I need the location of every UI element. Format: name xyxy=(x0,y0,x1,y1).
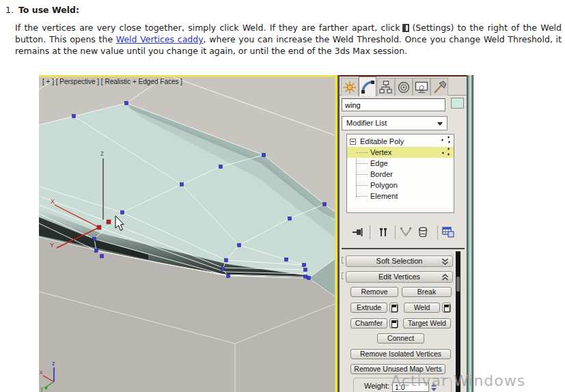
tab-modify[interactable] xyxy=(359,76,376,96)
connect-button[interactable]: Connect xyxy=(377,333,424,344)
tab-create[interactable] xyxy=(341,78,359,96)
modifier-list-dropdown[interactable]: Modifier List xyxy=(342,116,447,130)
object-name-input[interactable] xyxy=(342,98,445,111)
gizmo-z-label: z xyxy=(100,150,104,157)
remove-isolated-vertices-button[interactable]: Remove Isolated Vertices xyxy=(350,349,451,359)
perspective-viewport[interactable]: z X Y xyxy=(39,75,335,392)
heading-text: To use Weld: xyxy=(18,5,79,15)
stack-item-element[interactable]: Element xyxy=(347,191,454,201)
make-unique-icon[interactable] xyxy=(400,226,412,238)
configure-modifier-sets-icon[interactable] xyxy=(442,226,454,238)
weld-settings-button[interactable] xyxy=(442,303,451,313)
break-button[interactable]: Break xyxy=(402,287,452,297)
command-panel-tabs xyxy=(340,76,467,96)
doc-paragraph: If the vertices are very close together,… xyxy=(15,22,562,57)
display-icon xyxy=(414,80,429,95)
show-end-result-icon[interactable] xyxy=(378,226,389,238)
tripod-y-label: y xyxy=(40,385,44,392)
doc-heading: 1.To use Weld: xyxy=(5,5,79,15)
utilities-icon xyxy=(432,80,447,95)
chevron-double-down-icon xyxy=(441,258,449,266)
rollout-edit-vertices[interactable]: Edit Vertices xyxy=(346,271,453,283)
chamfer-button[interactable]: Chamfer xyxy=(350,318,387,328)
extrude-button[interactable]: Extrude xyxy=(350,303,387,313)
tab-utilities[interactable] xyxy=(430,78,448,96)
subobject-dots-icon xyxy=(439,147,452,158)
tripod-z-label: z xyxy=(52,360,55,367)
stack-item-edge[interactable]: Edge xyxy=(347,158,454,169)
modify-icon xyxy=(360,79,375,94)
motion-icon xyxy=(396,80,411,95)
panel-separator xyxy=(342,248,465,249)
gizmo-x-label: X xyxy=(51,198,55,205)
modifier-stack: Editable Poly Vertex Edge xyxy=(346,134,454,213)
remove-button[interactable]: Remove xyxy=(350,287,398,297)
tripod-x-label: x xyxy=(40,369,43,376)
modifier-list-label: Modifier List xyxy=(346,119,387,127)
adjacent-viewport-sliver xyxy=(467,75,473,392)
create-icon xyxy=(342,80,357,95)
pin-stack-icon[interactable] xyxy=(352,226,366,238)
stack-item-polygon[interactable]: Polygon xyxy=(347,180,454,191)
para-text-1: If the vertices are very close together,… xyxy=(15,23,400,33)
stack-toolbar xyxy=(340,222,467,243)
tab-hierarchy[interactable] xyxy=(377,78,395,96)
collapse-minus-icon[interactable] xyxy=(350,139,356,145)
viewport-scene: z X Y xyxy=(39,75,335,392)
settings-icon xyxy=(402,24,409,32)
hierarchy-icon xyxy=(378,80,394,95)
stack-item-border[interactable]: Border xyxy=(347,169,454,180)
extrude-settings-button[interactable] xyxy=(389,303,398,313)
chamfer-settings-button[interactable] xyxy=(389,318,398,328)
document-page: 1.To use Weld: If the vertices are very … xyxy=(0,0,565,392)
list-number: 1. xyxy=(5,5,14,15)
chevron-double-up-icon xyxy=(441,274,449,281)
scrollbar-thumb[interactable] xyxy=(456,277,460,292)
remove-modifier-icon[interactable] xyxy=(417,226,429,238)
active-viewport-border-top xyxy=(39,75,337,77)
stack-item-editable-poly[interactable]: Editable Poly xyxy=(347,136,454,147)
target-weld-button[interactable]: Target Weld xyxy=(403,318,451,328)
tab-motion[interactable] xyxy=(395,78,413,96)
chevron-down-icon xyxy=(437,122,443,126)
weight-label: Weight: xyxy=(364,382,389,390)
stack-item-vertex[interactable]: Vertex xyxy=(347,147,454,158)
tab-display[interactable] xyxy=(413,78,430,96)
weld-vertices-caddy-link[interactable]: Weld Vertices caddy xyxy=(116,34,204,44)
3dsmax-screenshot: z X Y xyxy=(39,75,473,392)
subobject-dots-icon xyxy=(439,136,452,147)
rollout-scrollbar[interactable] xyxy=(456,251,460,392)
object-color-swatch[interactable] xyxy=(451,98,464,109)
viewport-label[interactable]: [ + ] [ Perspective ] [ Realistic + Edge… xyxy=(42,78,182,85)
weld-button[interactable]: Weld xyxy=(404,303,440,313)
windows-activation-watermark: Activar Windows xyxy=(391,372,525,389)
rollout-soft-selection[interactable]: Soft Selection xyxy=(346,255,453,267)
command-panel: Modifier List Editable Poly Vertex xyxy=(340,75,467,392)
gizmo-y-label: Y xyxy=(50,242,54,249)
